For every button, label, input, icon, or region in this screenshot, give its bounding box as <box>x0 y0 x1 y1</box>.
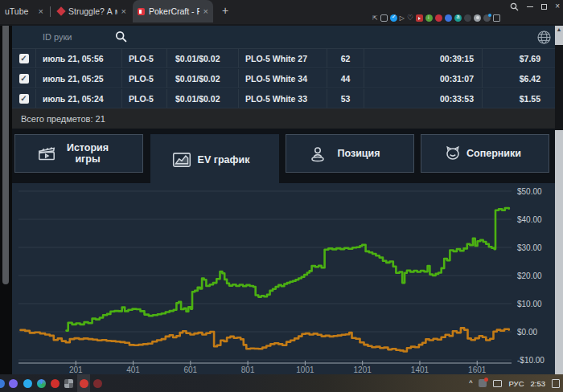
cell-table: PLO-5 White 33 <box>239 89 327 108</box>
row-checkbox[interactable]: ✓ <box>19 94 29 104</box>
amazon-extension-icon[interactable] <box>454 14 462 22</box>
cell-date: июль 21, 05:56 <box>36 49 122 67</box>
new-tab-button[interactable]: + <box>218 4 232 18</box>
analysis-tab-bar: История игры EV график <box>12 129 555 185</box>
cell-hands: 44 <box>327 69 364 88</box>
left-window-edge <box>0 26 12 374</box>
x-tick-label: 1601 <box>468 365 487 374</box>
cell-duration: 00:33:53 <box>364 89 483 108</box>
cell-duration: 00:31:07 <box>364 69 483 88</box>
tab-label: uTube <box>5 6 35 16</box>
y-tick-label: $30.00 <box>517 243 542 252</box>
language-indicator[interactable]: РУС <box>508 379 524 388</box>
cart-extension-icon[interactable] <box>445 14 452 22</box>
tab-game-history[interactable]: История игры <box>14 134 143 173</box>
close-window-button[interactable]: × <box>555 2 560 11</box>
cell-date: июль 21, 05:24 <box>36 89 122 108</box>
clock[interactable]: 2:53 <box>531 379 546 388</box>
cell-table: PLO-5 White 27 <box>239 49 327 67</box>
profile-avatar-icon[interactable] <box>474 14 481 22</box>
tab-close-icon[interactable]: × <box>203 6 208 16</box>
downloader-extension-icon[interactable] <box>425 14 433 22</box>
taskbar-telegram-icon[interactable] <box>23 379 32 388</box>
tab-opponents[interactable]: Соперники <box>421 134 549 173</box>
browser-tab-struggle[interactable]: Struggle? А может лучш × <box>53 0 131 22</box>
ev-chart-svg[interactable]: $50.00$40.00$30.00$20.00$10.00$0.00-$10.… <box>12 183 555 374</box>
apps-grid-icon[interactable] <box>493 14 500 22</box>
chart-icon <box>171 149 192 170</box>
position-pin-icon <box>307 143 328 164</box>
adblock-extension-icon[interactable] <box>435 14 442 22</box>
row-checkbox[interactable]: ✓ <box>19 74 29 84</box>
table-row[interactable]: ✓ июль 21, 05:56 PLO-5 $0.01/$0.02 PLO-5… <box>12 49 555 68</box>
page-scrollbar[interactable]: ▲ <box>555 26 563 374</box>
pokercraft-page: ✓ июль 21, 05:56 PLO-5 $0.01/$0.02 PLO-5… <box>0 26 563 374</box>
browser-tab-youtube[interactable]: uTube × <box>0 0 48 22</box>
tray-display-icon[interactable] <box>493 380 502 387</box>
tab-close-icon[interactable]: × <box>39 6 43 16</box>
cell-stakes: $0.01/$0.02 <box>167 69 239 88</box>
cell-hands: 53 <box>327 89 364 108</box>
tab-search-icon[interactable] <box>510 2 519 11</box>
cell-duration: 00:39:15 <box>364 49 483 67</box>
download-status-icon[interactable] <box>483 14 491 22</box>
verified-badge-icon[interactable] <box>390 14 397 22</box>
taskbar-discord-icon[interactable] <box>9 379 18 388</box>
youtube-extension-icon[interactable] <box>416 14 423 22</box>
system-tray: ^ РУС 2:53 <box>469 374 563 392</box>
table-row[interactable]: ✓ июль 21, 05:24 PLO-5 $0.01/$0.02 PLO-5… <box>12 89 555 108</box>
notification-center-icon[interactable] <box>552 379 560 388</box>
favicon-pokercraft-icon <box>138 8 145 15</box>
taskbar-browser-icon[interactable] <box>37 379 46 388</box>
row-checkbox[interactable]: ✓ <box>19 54 29 63</box>
dark-extension-icon[interactable] <box>464 14 471 22</box>
minimize-button[interactable] <box>527 6 533 7</box>
cell-table: PLO-5 White 34 <box>239 69 327 88</box>
scrollbar-thumb[interactable] <box>555 45 563 130</box>
tab-position[interactable]: Позиция <box>286 134 414 173</box>
taskbar-widgets-icon[interactable] <box>0 379 5 388</box>
search-icon[interactable] <box>115 31 127 43</box>
scroll-up-arrow-icon[interactable]: ▲ <box>555 26 563 34</box>
tab-label: EV график <box>192 154 279 165</box>
cell-game: PLO-5 <box>122 69 167 88</box>
table-row[interactable]: ✓ июль 21, 05:25 PLO-5 $0.01/$0.02 PLO-5… <box>12 69 555 88</box>
hand-search-bar <box>12 26 555 49</box>
y-tick-label: $20.00 <box>517 272 542 280</box>
restore-button[interactable] <box>541 4 547 10</box>
x-tick-label: 401 <box>126 365 140 374</box>
globe-icon[interactable] <box>536 30 552 45</box>
x-tick-label: 1001 <box>296 365 314 374</box>
sessions-table: ✓ июль 21, 05:56 PLO-5 $0.01/$0.02 PLO-5… <box>12 49 555 108</box>
hand-id-search-input[interactable] <box>43 29 119 45</box>
taskbar-darkred-icon[interactable] <box>93 379 102 388</box>
tab-ev-graph-active[interactable]: EV график <box>150 134 279 185</box>
cat-face-icon <box>442 143 463 164</box>
send-plane-icon[interactable]: ▷ <box>400 14 405 22</box>
cell-result: $6.42 <box>483 69 547 88</box>
y-tick-label: $50.00 <box>517 187 542 196</box>
x-tick-label: 1401 <box>411 365 429 374</box>
ev-graph-panel: $50.00$40.00$30.00$20.00$10.00$0.00-$10.… <box>12 183 555 374</box>
heart-icon[interactable]: ♡ <box>407 14 413 22</box>
tray-alert-icon[interactable] <box>479 379 487 387</box>
window-controls: × <box>510 1 560 12</box>
cell-date: июль 21, 05:25 <box>36 69 122 88</box>
taskbar-pokercraft-active-icon[interactable] <box>80 379 88 388</box>
cell-game: PLO-5 <box>122 49 167 67</box>
browser-tab-pokercraft-active[interactable]: PokerCraft - PLO × <box>133 0 213 22</box>
y-tick-label: $40.00 <box>517 215 542 224</box>
tab-label: Struggle? А может лучш <box>68 6 117 16</box>
tab-close-icon[interactable]: × <box>121 6 126 16</box>
screenshot-icon[interactable] <box>380 14 388 22</box>
screen: uTube × Struggle? А может лучш × PokerCr… <box>0 0 563 392</box>
tab-label: PokerCraft - PLO <box>149 6 199 16</box>
browser-extensions-row: ⇱ ▷ ♡ <box>372 14 500 22</box>
tray-expand-caret[interactable]: ^ <box>469 379 472 387</box>
taskbar-pinned-red-icon[interactable] <box>51 379 60 388</box>
taskbar-photos-icon[interactable] <box>64 379 73 388</box>
series-line-green <box>67 208 509 331</box>
y-tick-label: $0.00 <box>517 328 537 337</box>
share-icon[interactable]: ⇱ <box>372 14 378 22</box>
x-tick-label: 201 <box>69 365 83 374</box>
